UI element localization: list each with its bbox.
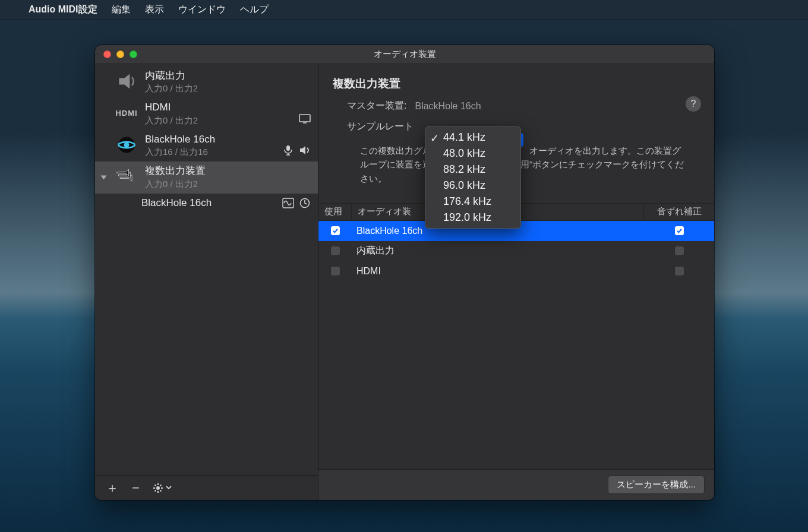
device-name: HDMI	[145, 102, 312, 113]
clock-source-icon	[299, 198, 311, 208]
dropdown-option[interactable]: ✓44.1 kHz	[425, 129, 520, 145]
remove-device-button[interactable]: −	[132, 480, 140, 496]
zoom-icon[interactable]	[130, 50, 137, 58]
device-actions-menu[interactable]	[153, 483, 172, 493]
chevron-down-icon	[166, 486, 172, 490]
menubar: Audio MIDI設定 編集 表示 ウインドウ ヘルプ	[0, 0, 808, 20]
device-io: 入力0 / 出力2	[145, 179, 312, 190]
menu-view[interactable]: 表示	[145, 4, 164, 16]
default-output-sound-icon	[299, 145, 311, 156]
hdmi-icon: HDMI	[115, 102, 138, 124]
titlebar[interactable]: オーディオ装置	[95, 45, 714, 64]
device-io: 入力0 / 出力2	[145, 83, 312, 94]
resample-wave-icon	[282, 198, 294, 208]
row-name: HDMI	[352, 266, 644, 277]
disclosure-triangle-icon[interactable]	[101, 175, 107, 179]
check-icon: ✓	[430, 132, 439, 145]
sample-rate-dropdown[interactable]: ✓44.1 kHz 48.0 kHz 88.2 kHz 96.0 kHz 176…	[425, 126, 521, 229]
device-name: BlackHole 16ch	[145, 134, 312, 145]
audio-midi-window: オーディオ装置 内蔵出力 入力0 / 出力2 HDMI HDMI	[95, 45, 714, 500]
drift-checkbox[interactable]	[674, 246, 684, 256]
device-name: 内蔵出力	[145, 70, 312, 82]
detail-title: 複数出力装置	[333, 76, 700, 91]
add-device-button[interactable]: ＋	[106, 479, 119, 497]
svg-rect-4	[286, 145, 290, 151]
row-name: 内蔵出力	[352, 245, 644, 257]
drift-checkbox[interactable]	[674, 226, 684, 236]
drift-checkbox[interactable]	[674, 266, 684, 276]
help-button[interactable]: ?	[686, 96, 701, 112]
svg-rect-0	[299, 115, 310, 122]
master-device-value[interactable]: BlackHole 16ch	[415, 101, 481, 112]
use-checkbox[interactable]	[330, 226, 340, 236]
app-menu[interactable]: Audio MIDI設定	[29, 4, 97, 16]
table-row[interactable]: 内蔵出力	[318, 241, 714, 261]
blackhole-icon	[115, 134, 138, 156]
minimize-icon[interactable]	[116, 50, 124, 58]
dropdown-option[interactable]: 48.0 kHz	[425, 145, 520, 162]
menu-edit[interactable]: 編集	[112, 4, 131, 16]
col-use[interactable]: 使用	[318, 204, 352, 220]
device-sidebar: 内蔵出力 入力0 / 出力2 HDMI HDMI 入力0 / 出力2	[95, 64, 318, 500]
display-output-icon	[299, 113, 311, 124]
dropdown-option[interactable]: 176.4 kHz	[425, 194, 520, 210]
dropdown-option[interactable]: 88.2 kHz	[425, 162, 520, 178]
sidebar-subdevice-blackhole[interactable]: BlackHole 16ch	[95, 194, 318, 213]
use-checkbox[interactable]	[330, 246, 340, 256]
sidebar-device-builtin-output[interactable]: 内蔵出力 入力0 / 出力2	[95, 66, 318, 98]
menu-help[interactable]: ヘルプ	[240, 4, 269, 16]
device-name: 複数出力装置	[145, 165, 312, 177]
window-title: オーディオ装置	[95, 49, 714, 60]
dropdown-option[interactable]: 96.0 kHz	[425, 178, 520, 194]
svg-point-7	[156, 486, 160, 490]
default-input-mic-icon	[282, 145, 294, 156]
device-io: 入力0 / 出力2	[145, 115, 312, 126]
multi-output-icon	[115, 165, 138, 188]
sidebar-device-multi-output[interactable]: 複数出力装置 入力0 / 出力2	[95, 162, 318, 193]
svg-point-3	[124, 142, 130, 147]
menu-window[interactable]: ウインドウ	[178, 4, 226, 16]
sample-rate-label: サンプルレート	[347, 121, 414, 133]
dropdown-option[interactable]: 192.0 kHz	[425, 210, 520, 226]
sidebar-device-blackhole[interactable]: BlackHole 16ch 入力16 / 出力16	[95, 130, 318, 162]
speaker-icon	[115, 70, 138, 93]
close-icon[interactable]	[103, 50, 111, 58]
col-drift[interactable]: 音ずれ補正	[644, 204, 714, 220]
device-name: BlackHole 16ch	[141, 197, 212, 209]
master-device-label: マスター装置:	[347, 100, 406, 112]
table-row[interactable]: HDMI	[318, 261, 714, 281]
sidebar-footer: ＋ −	[95, 475, 318, 500]
use-checkbox[interactable]	[330, 266, 340, 276]
sidebar-device-hdmi[interactable]: HDMI HDMI 入力0 / 出力2	[95, 98, 318, 129]
configure-speakers-button[interactable]: スピーカーを構成...	[608, 476, 705, 494]
